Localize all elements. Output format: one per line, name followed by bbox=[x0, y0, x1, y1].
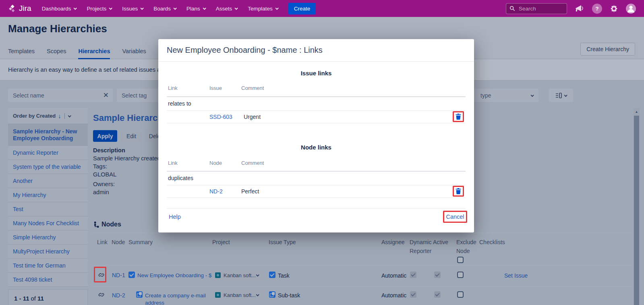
nav-menu-projects[interactable]: Projects bbox=[87, 6, 112, 12]
chevron-down-icon bbox=[173, 6, 176, 10]
col-header-issue: Issue bbox=[209, 85, 222, 91]
trash-icon bbox=[456, 114, 461, 120]
issue-comment: Urgent bbox=[244, 114, 261, 120]
nav-menu-label: Plans bbox=[186, 6, 200, 12]
jira-logo[interactable]: Jira bbox=[8, 4, 31, 13]
help-link[interactable]: Help bbox=[169, 214, 181, 220]
nav-menu-templates[interactable]: Templates bbox=[248, 6, 278, 12]
nav-menu-plans[interactable]: Plans bbox=[186, 6, 205, 12]
create-button[interactable]: Create bbox=[288, 3, 316, 15]
divider bbox=[167, 185, 466, 185]
search-icon bbox=[509, 6, 515, 11]
issue-key-link[interactable]: SSD-603 bbox=[209, 114, 232, 120]
settings-gear-icon[interactable] bbox=[610, 4, 618, 13]
divider bbox=[167, 171, 466, 172]
top-navbar: Jira Dashboards Projects Issues Boards P… bbox=[0, 0, 644, 17]
user-avatar[interactable] bbox=[626, 4, 636, 14]
col-header-node: Node bbox=[209, 160, 222, 166]
dialog-title: New Employee Onboarding - $name : Links bbox=[167, 46, 323, 55]
nav-menu-label: Templates bbox=[248, 6, 273, 12]
divider bbox=[167, 208, 466, 209]
annotation-box-cancel: Cancel bbox=[443, 211, 467, 223]
col-header-link: Link bbox=[168, 160, 178, 166]
search-input[interactable] bbox=[518, 5, 562, 12]
annotation-box-link-icon bbox=[94, 267, 106, 282]
col-header-link: Link bbox=[168, 85, 178, 91]
nav-menu-label: Issues bbox=[122, 6, 138, 12]
help-icon[interactable]: ? bbox=[592, 4, 602, 14]
link-type: duplicates bbox=[168, 175, 193, 181]
issue-links-title: Issue links bbox=[158, 70, 474, 77]
divider bbox=[167, 110, 466, 111]
divider bbox=[167, 123, 466, 123]
node-key-link[interactable]: ND-2 bbox=[209, 188, 223, 195]
help-question-glyph: ? bbox=[596, 6, 599, 12]
trash-icon bbox=[456, 188, 461, 194]
delete-node-link-button[interactable] bbox=[453, 186, 464, 197]
jira-logo-label: Jira bbox=[19, 4, 31, 13]
links-dialog: New Employee Onboarding - $name : Links … bbox=[158, 39, 474, 232]
chevron-down-icon bbox=[275, 6, 278, 10]
nav-menu-label: Dashboards bbox=[42, 6, 71, 12]
nav-menu-dashboards[interactable]: Dashboards bbox=[42, 6, 77, 12]
chevron-down-icon bbox=[235, 6, 238, 10]
chevron-down-icon bbox=[203, 6, 206, 10]
col-header-comment: Comment bbox=[241, 85, 264, 91]
col-header-comment: Comment bbox=[241, 160, 264, 166]
chevron-down-icon bbox=[109, 6, 112, 10]
node-links-title: Node links bbox=[158, 144, 474, 151]
chevron-down-icon bbox=[141, 6, 144, 10]
delete-issue-link-button[interactable] bbox=[453, 111, 464, 122]
global-search[interactable] bbox=[506, 3, 567, 14]
chevron-down-icon bbox=[74, 6, 77, 10]
nav-menu-label: Boards bbox=[153, 6, 171, 12]
link-type: relates to bbox=[168, 100, 191, 107]
nav-menu-boards[interactable]: Boards bbox=[153, 6, 176, 12]
jira-logo-icon bbox=[8, 4, 17, 13]
nav-menu-issues[interactable]: Issues bbox=[122, 6, 143, 12]
nav-menu-label: Assets bbox=[216, 6, 232, 12]
divider bbox=[167, 197, 466, 198]
divider bbox=[158, 61, 474, 62]
node-comment: Perfect bbox=[241, 188, 259, 195]
announcements-icon[interactable] bbox=[575, 4, 584, 13]
cancel-link[interactable]: Cancel bbox=[446, 214, 464, 220]
nav-menu-label: Projects bbox=[87, 6, 106, 12]
nav-menu-assets[interactable]: Assets bbox=[216, 6, 238, 12]
divider bbox=[167, 96, 466, 97]
